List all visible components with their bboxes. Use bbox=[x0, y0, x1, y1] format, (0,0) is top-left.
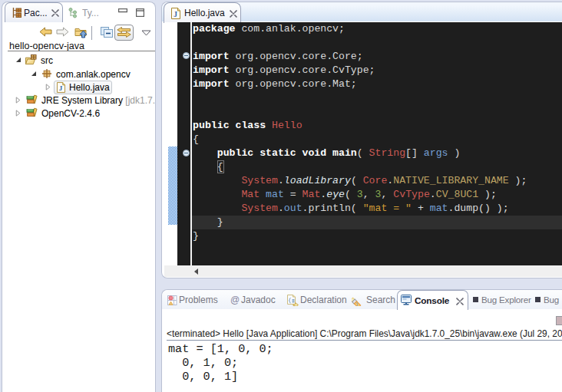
svg-text:J: J bbox=[174, 10, 177, 18]
svg-text:J: J bbox=[59, 84, 63, 92]
